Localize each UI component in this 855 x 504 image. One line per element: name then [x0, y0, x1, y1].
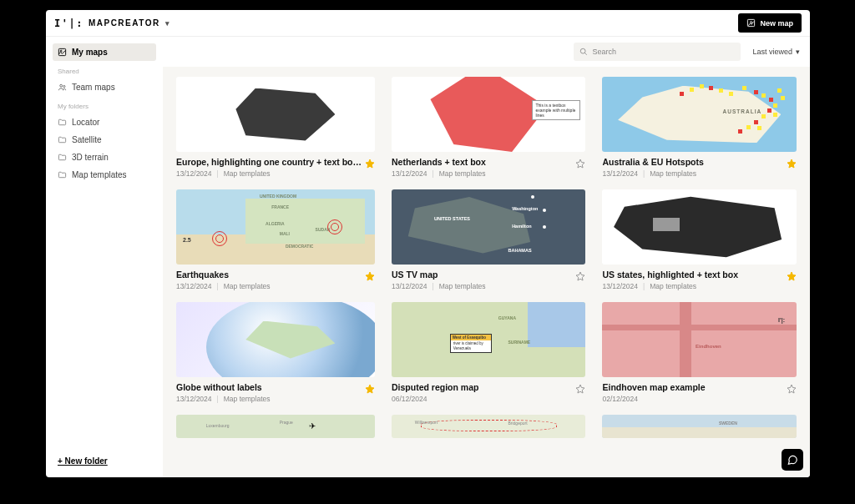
svg-point-5 — [63, 85, 65, 87]
map-card-10[interactable]: WilliamsportBridgeport — [392, 415, 586, 438]
star-icon[interactable] — [787, 270, 797, 280]
map-card-title: US TV map — [392, 270, 438, 280]
map-icon — [58, 48, 67, 57]
sidebar-item-label: Locator — [72, 118, 99, 127]
body: My maps Shared Team maps My folders Loca… — [46, 37, 810, 477]
star-icon[interactable] — [365, 382, 375, 392]
map-card-meta: 13/12/2024|Map templates — [392, 282, 586, 290]
svg-point-4 — [60, 84, 63, 87]
brand-text: MAPCREATOR — [89, 18, 160, 28]
map-card-meta: 13/12/2024|Map templates — [176, 169, 375, 178]
map-card-3[interactable]: UNITED KINGDOMFRANCEALGERIAMALISUDANDEMO… — [176, 189, 375, 290]
map-card-title: Globe without labels — [176, 382, 262, 392]
sidebar-item-my-maps[interactable]: My maps — [53, 43, 156, 61]
map-card-8[interactable]: EindhovenI'|:Eindhoven map example02/12/… — [602, 302, 797, 403]
sidebar-item-team-maps[interactable]: Team maps — [53, 78, 156, 96]
search-input[interactable]: Search — [574, 43, 741, 61]
svg-point-1 — [751, 22, 752, 23]
brand-logo-icon: I'|: — [54, 18, 83, 29]
star-icon[interactable] — [575, 157, 585, 167]
topbar: I'|: MAPCREATOR ▾ New map — [46, 10, 810, 37]
sidebar-item-label: Team maps — [72, 83, 115, 92]
map-card-2[interactable]: AUSTRALIAAustralia & EU Hotspots13/12/20… — [602, 77, 797, 178]
map-card-title: Netherlands + text box — [392, 157, 486, 167]
chevron-down-icon: ▾ — [165, 19, 171, 28]
sidebar-section-folders: My folders — [53, 99, 156, 113]
search-placeholder: Search — [592, 48, 616, 56]
sidebar: My maps Shared Team maps My folders Loca… — [46, 37, 163, 477]
map-card-meta: 13/12/2024|Map templates — [602, 169, 797, 178]
app-window: I'|: MAPCREATOR ▾ New map My maps Shared… — [46, 10, 810, 477]
map-card-9[interactable]: LuxembourgPrague✈ — [176, 415, 375, 438]
star-icon[interactable] — [787, 382, 797, 392]
map-card-5[interactable]: US states, highlighted + text box13/12/2… — [602, 189, 797, 290]
map-card-title: Australia & EU Hotspots — [602, 157, 703, 167]
map-card-title: Disputed region map — [392, 382, 478, 392]
brand[interactable]: I'|: MAPCREATOR ▾ — [54, 18, 170, 29]
sort-label: Last viewed — [752, 48, 792, 56]
star-icon[interactable] — [575, 382, 585, 392]
sidebar-folder-3[interactable]: Map templates — [53, 166, 156, 184]
chat-button[interactable] — [782, 449, 803, 471]
map-card-title: US states, highlighted + text box — [602, 270, 737, 280]
star-icon[interactable] — [575, 270, 585, 280]
star-icon[interactable] — [365, 157, 375, 167]
chat-icon — [787, 454, 798, 466]
svg-point-6 — [581, 48, 586, 53]
search-icon — [579, 48, 588, 56]
map-card-meta: 02/12/2024 — [602, 395, 797, 403]
sidebar-item-label: Satellite — [72, 135, 102, 144]
main-toolbar: Search Last viewed ▾ — [163, 37, 810, 67]
sidebar-item-label: Map templates — [72, 170, 127, 179]
team-icon — [58, 83, 67, 92]
folder-icon — [58, 170, 67, 179]
sidebar-item-label: My maps — [72, 48, 108, 57]
star-icon[interactable] — [365, 270, 375, 280]
map-card-title: Eindhoven map example — [602, 382, 705, 392]
folder-icon — [58, 153, 67, 162]
map-card-meta: 13/12/2024|Map templates — [392, 169, 586, 178]
map-grid: Europe, highlighting one country + text … — [163, 67, 810, 477]
map-plus-icon — [746, 18, 756, 28]
sidebar-folder-1[interactable]: Satellite — [53, 131, 156, 149]
map-card-title: Europe, highlighting one country + text … — [176, 157, 362, 167]
new-map-button[interactable]: New map — [738, 13, 802, 33]
sidebar-folder-2[interactable]: 3D terrain — [53, 149, 156, 166]
sidebar-folder-0[interactable]: Locator — [53, 113, 156, 131]
map-card-meta: 13/12/2024|Map templates — [176, 282, 375, 290]
map-card-7[interactable]: GUYANASURINAMEWest of Essequiboriver is … — [392, 302, 586, 403]
new-map-label: New map — [760, 19, 793, 28]
sort-dropdown[interactable]: Last viewed ▾ — [752, 48, 800, 56]
chevron-down-icon: ▾ — [796, 48, 800, 56]
svg-rect-2 — [58, 48, 65, 55]
map-card-meta: 13/12/2024|Map templates — [602, 282, 797, 290]
map-card-6[interactable]: Globe without labels13/12/2024|Map templ… — [176, 302, 375, 403]
map-card-meta: 13/12/2024|Map templates — [176, 395, 375, 403]
map-card-meta: 06/12/2024 — [392, 395, 586, 403]
svg-point-3 — [60, 50, 62, 52]
new-folder-button[interactable]: + New folder — [53, 451, 156, 471]
map-card-0[interactable]: Europe, highlighting one country + text … — [176, 77, 375, 178]
map-card-1[interactable]: This is a textbox example with multiple … — [392, 77, 586, 178]
folder-icon — [58, 135, 67, 144]
folder-icon — [58, 118, 67, 127]
main: Search Last viewed ▾ Europe, highlightin… — [163, 37, 810, 477]
star-icon[interactable] — [787, 157, 797, 167]
map-card-11[interactable]: SWEDEN — [602, 415, 797, 438]
sidebar-section-shared: Shared — [53, 64, 156, 78]
sidebar-item-label: 3D terrain — [72, 153, 109, 162]
map-card-title: Earthquakes — [176, 270, 229, 280]
map-card-4[interactable]: UNITED STATESWashingtonHamiltonBAHAMASUS… — [392, 189, 586, 290]
